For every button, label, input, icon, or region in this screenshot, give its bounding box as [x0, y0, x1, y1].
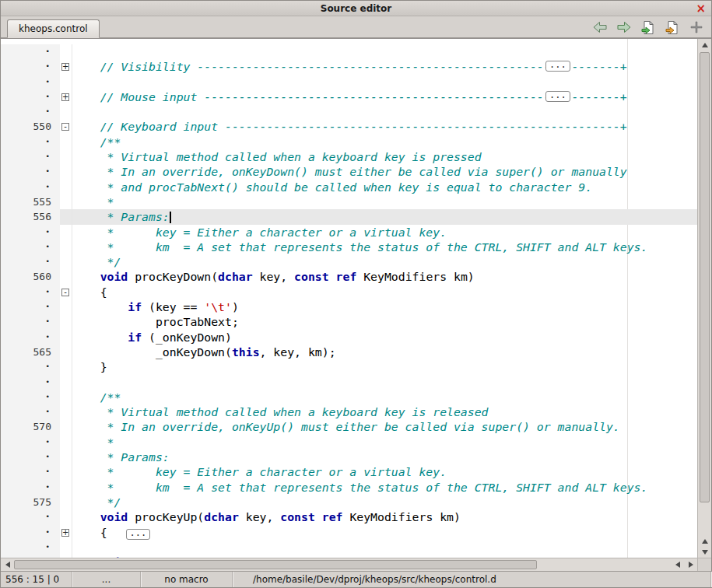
scroll-left-secondary-icon[interactable]	[671, 558, 684, 571]
collapsed-fold-ellipsis[interactable]: ...	[545, 91, 570, 102]
scroll-right-icon[interactable]	[684, 558, 697, 571]
fold-gutter	[60, 495, 72, 509]
code-line[interactable]: • void procKeyUp(dchar key, const ref Ke…	[1, 509, 697, 524]
vertical-scroll-thumb[interactable]	[700, 52, 710, 502]
line-number: 565	[1, 345, 60, 359]
fold-gutter	[60, 164, 72, 179]
code-line[interactable]: •	[1, 44, 697, 59]
code-line[interactable]: • * km = A set that represents the statu…	[1, 480, 697, 495]
code-line[interactable]: • * In an override, onKeyDown() must eit…	[1, 164, 697, 179]
fold-gutter	[60, 464, 72, 479]
line-number: •	[1, 555, 60, 558]
document-save-icon[interactable]	[640, 19, 657, 36]
editor-toolbar	[591, 19, 705, 36]
code-line[interactable]: 550- // Keyboard input -----------------…	[1, 119, 697, 134]
code-line[interactable]: • * key = Either a character or a virtua…	[1, 464, 697, 479]
vertical-scroll-track[interactable]	[698, 51, 711, 536]
horizontal-scroll-thumb[interactable]	[14, 560, 537, 569]
code-line[interactable]: 565 _onKeyDown(this, key, km);	[1, 345, 697, 359]
code-line[interactable]: • */	[1, 254, 697, 269]
line-number: 570	[1, 419, 60, 434]
code-line[interactable]: • /**	[1, 135, 697, 149]
fold-expand-icon[interactable]: +	[61, 93, 69, 101]
line-number: •	[1, 540, 60, 555]
code-line[interactable]: 560 void procKeyDown(dchar key, const re…	[1, 269, 697, 284]
code-text: /**	[72, 135, 697, 149]
scroll-up-icon[interactable]	[698, 39, 711, 51]
code-text: * Params:	[72, 450, 697, 464]
line-number: •	[1, 525, 60, 540]
horizontal-scrollbar[interactable]	[1, 558, 697, 571]
code-line[interactable]: • *	[1, 435, 697, 450]
status-bar: 556 : 15 | 0 ... no macro /home/basile/D…	[1, 571, 711, 587]
code-text: procTabNext;	[72, 314, 697, 329]
line-number: •	[1, 104, 60, 119]
window-title: Source editor	[1, 3, 711, 14]
code-text: if (key == '\t')	[72, 299, 697, 314]
fold-expand-icon[interactable]: +	[61, 529, 69, 537]
code-text: * In an override, onKeyDown() must eithe…	[72, 164, 697, 179]
code-line-current[interactable]: 556 * Params:	[1, 209, 697, 224]
code-line[interactable]: • * Virtual method called when a keyboar…	[1, 149, 697, 164]
fold-gutter	[60, 209, 72, 224]
code-line[interactable]: •	[1, 375, 697, 390]
detach-icon[interactable]	[688, 19, 705, 36]
code-text: /**	[72, 390, 697, 404]
code-line[interactable]: • * and procTabNext() should be called w…	[1, 180, 697, 194]
scroll-down-icon[interactable]	[698, 547, 711, 558]
line-number: •	[1, 225, 60, 240]
fold-gutter	[60, 540, 72, 555]
code-line[interactable]: •	[1, 75, 697, 89]
collapsed-fold-ellipsis[interactable]: ...	[126, 529, 151, 540]
code-line[interactable]: 570 * In an override, onKeyUp() must eit…	[1, 419, 697, 434]
document-save-as-icon[interactable]	[664, 19, 681, 36]
fold-gutter	[60, 149, 72, 164]
code-line[interactable]: 555 *	[1, 194, 697, 209]
horizontal-scroll-track[interactable]	[14, 558, 671, 571]
code-line[interactable]: • if (key == '\t')	[1, 299, 697, 314]
code-line[interactable]: •- {	[1, 285, 697, 299]
code-line[interactable]: • procTabNext;	[1, 314, 697, 329]
tab-label: kheops.control	[19, 23, 88, 34]
fold-gutter: -	[60, 285, 72, 299]
scroll-up-secondary-icon[interactable]	[698, 536, 711, 547]
close-icon[interactable]: ×	[696, 2, 706, 16]
code-line[interactable]: • * key = Either a character or a virtua…	[1, 225, 697, 240]
line-number: 556	[1, 209, 60, 224]
code-text: * In an override, onKeyUp() must either …	[72, 419, 697, 434]
fold-expand-icon[interactable]: +	[61, 63, 69, 71]
fold-collapse-icon[interactable]: -	[61, 123, 69, 131]
forward-icon[interactable]	[616, 19, 633, 36]
line-number: •	[1, 450, 60, 464]
code-text	[72, 44, 697, 59]
code-line[interactable]: • * Params:	[1, 450, 697, 464]
tab-kheops-control[interactable]: kheops.control	[7, 19, 100, 38]
collapsed-fold-ellipsis[interactable]: ...	[545, 61, 570, 72]
vertical-scrollbar[interactable]	[697, 39, 711, 558]
code-line[interactable]: • void procTabNext()	[1, 555, 697, 558]
code-line[interactable]: •+ // Visibility -----------------------…	[1, 59, 697, 74]
fold-gutter	[60, 375, 72, 390]
fold-collapse-icon[interactable]: -	[61, 289, 69, 296]
code-line[interactable]: •	[1, 104, 697, 119]
back-icon[interactable]	[591, 19, 609, 36]
line-number: •	[1, 149, 60, 164]
code-line[interactable]: • * Virtual method called when a keyboar…	[1, 404, 697, 419]
code-editor[interactable]: ••+ // Visibility ----------------------…	[1, 39, 697, 558]
line-number: •	[1, 164, 60, 179]
code-line[interactable]: • if (_onKeyDown)	[1, 330, 697, 345]
scroll-left-icon[interactable]	[1, 558, 14, 571]
code-line[interactable]: • }	[1, 359, 697, 374]
titlebar[interactable]: Source editor ×	[1, 1, 711, 16]
code-line[interactable]: •	[1, 540, 697, 555]
code-text: *	[72, 435, 697, 450]
code-line[interactable]: 575 */	[1, 495, 697, 509]
code-line[interactable]: • /**	[1, 390, 697, 404]
code-text	[72, 104, 697, 119]
line-number: 575	[1, 495, 60, 509]
file-path: /home/basile/Dev/dproj/kheops/src/kheops…	[233, 572, 711, 587]
code-line[interactable]: •+ {...	[1, 525, 697, 540]
code-line[interactable]: •+ // Mouse input ----------------------…	[1, 89, 697, 104]
code-line[interactable]: • * km = A set that represents the statu…	[1, 240, 697, 254]
code-text: // Keyboard input ----------------------…	[72, 119, 697, 134]
